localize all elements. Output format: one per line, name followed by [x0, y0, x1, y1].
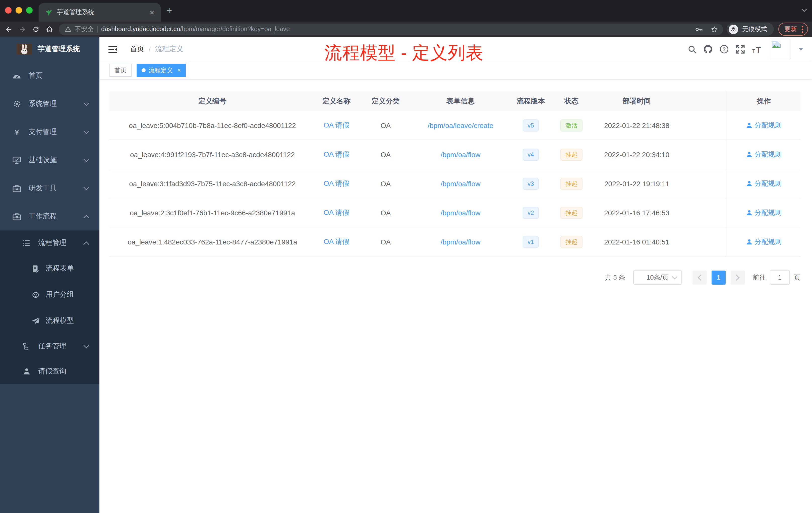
- browser-tab[interactable]: 芋道管理系统 ×: [39, 3, 161, 22]
- annotation-text: 流程模型 - 定义列表: [324, 43, 483, 62]
- sidebar-item-process-form[interactable]: 流程表单: [0, 255, 99, 281]
- sidebar-item-user-group[interactable]: 用户分组: [0, 281, 99, 308]
- sidebar-item-label: 流程表单: [46, 264, 74, 273]
- form-info-link[interactable]: /bpm/oa/leave/create: [428, 121, 493, 129]
- tab-title: 芋道管理系统: [57, 8, 148, 17]
- form-icon: [31, 265, 40, 272]
- github-icon[interactable]: [703, 45, 713, 54]
- definition-id: oa_leave:3:1fad3d93-7b75-11ec-a3c8-acde4…: [110, 169, 315, 198]
- url-bar[interactable]: 不安全 dashboard.yudao.iocoder.cn /bpm/mana…: [59, 23, 723, 35]
- sidebar-item-label: 基础设施: [29, 156, 57, 164]
- tab-close-icon[interactable]: ×: [148, 8, 156, 16]
- pagination-total: 共 5 条: [605, 273, 625, 282]
- assign-rule-button[interactable]: 分配规则: [746, 179, 782, 188]
- chevron-up-icon: [83, 215, 89, 218]
- reload-icon[interactable]: [29, 23, 43, 36]
- breadcrumb-separator: /: [149, 45, 151, 53]
- deploy-time: 2022-01-22 20:34:10: [588, 140, 685, 169]
- password-key-icon[interactable]: [695, 26, 703, 32]
- sidebar-item-label: 用户分组: [46, 290, 74, 299]
- prev-page-button[interactable]: [693, 270, 706, 284]
- search-icon[interactable]: [688, 45, 696, 54]
- filler-cell: [685, 228, 727, 256]
- sidebar-item-devtools[interactable]: 研发工具: [0, 174, 99, 202]
- zoom-window-button[interactable]: [26, 7, 33, 13]
- sidebar-item-process-management[interactable]: 流程管理: [0, 231, 99, 255]
- version-badge: v3: [522, 177, 539, 189]
- tag-process-definition[interactable]: 流程定义 ×: [137, 64, 186, 77]
- goto-page-input[interactable]: [770, 270, 790, 284]
- definition-name-link[interactable]: OA 请假: [324, 237, 349, 246]
- update-button[interactable]: 更新: [778, 23, 808, 36]
- tab-search-chevron-icon[interactable]: [802, 8, 807, 12]
- robot-icon: [31, 291, 40, 298]
- dashboard-icon: [12, 72, 21, 80]
- next-page-button[interactable]: [731, 270, 745, 284]
- font-size-icon[interactable]: TT: [752, 45, 762, 54]
- version-badge: v2: [522, 207, 539, 219]
- breadcrumb-home[interactable]: 首页: [130, 45, 144, 54]
- back-icon[interactable]: [2, 23, 16, 36]
- definition-name-link[interactable]: OA 请假: [324, 150, 349, 159]
- definition-name-link[interactable]: OA 请假: [324, 179, 349, 188]
- sidebar-item-leave-query[interactable]: 请假查询: [0, 359, 99, 384]
- col-header-filler: [685, 91, 727, 111]
- deploy-time: 2022-01-22 19:19:11: [588, 169, 685, 198]
- sidebar-item-infrastructure[interactable]: 基础设施: [0, 146, 99, 174]
- definition-id: oa_leave:2:3c1f0ef1-76b1-11ec-9c66-a2380…: [110, 198, 315, 227]
- filler-cell: [685, 169, 727, 198]
- insecure-label[interactable]: 不安全: [75, 25, 94, 33]
- form-info-link[interactable]: /bpm/oa/flow: [441, 150, 481, 158]
- sidebar-item-payment[interactable]: ¥ 支付管理: [0, 118, 99, 146]
- version-badge: v5: [522, 119, 539, 131]
- sidebar-item-process-model[interactable]: 流程模型: [0, 308, 99, 334]
- table-row: oa_leave:2:3c1f0ef1-76b1-11ec-9c66-a2380…: [110, 198, 801, 228]
- version-badge: v1: [522, 236, 539, 248]
- status-badge: 挂起: [560, 148, 582, 160]
- update-label: 更新: [784, 25, 797, 33]
- avatar-broken-image[interactable]: [771, 39, 790, 59]
- definition-name-link[interactable]: OA 请假: [324, 208, 349, 217]
- incognito-icon: [729, 24, 738, 34]
- sidebar: 芋道管理系统 首页 系统管理 ¥: [0, 37, 99, 513]
- sidebar-item-system[interactable]: 系统管理: [0, 90, 99, 118]
- table-header-row: 定义编号 定义名称 定义分类 表单信息 流程版本 状态 部署时间 操作: [110, 91, 801, 111]
- new-tab-button[interactable]: +: [166, 5, 172, 16]
- assign-rule-button[interactable]: 分配规则: [746, 208, 782, 217]
- definition-id: oa_leave:4:991f2193-7b7f-11ec-a3c8-acde4…: [110, 140, 315, 169]
- sidebar-item-home[interactable]: 首页: [0, 62, 99, 90]
- tag-close-icon[interactable]: ×: [177, 67, 181, 73]
- assign-rule-button[interactable]: 分配规则: [746, 121, 782, 130]
- incognito-label: 无痕模式: [742, 25, 767, 33]
- tag-home[interactable]: 首页: [110, 64, 132, 77]
- sidebar-item-label: 支付管理: [29, 127, 57, 137]
- svg-text:?: ?: [723, 46, 726, 52]
- avatar-dropdown-caret-icon[interactable]: [799, 48, 803, 51]
- sidebar-item-task-management[interactable]: 任务管理: [0, 334, 99, 359]
- page-size-select[interactable]: 10条/页: [633, 270, 682, 284]
- home-icon[interactable]: [43, 23, 56, 36]
- page-number-1[interactable]: 1: [712, 270, 726, 284]
- assign-rule-label: 分配规则: [754, 208, 782, 217]
- bookmark-star-icon[interactable]: [710, 25, 718, 33]
- table-row: oa_leave:1:482ec033-762a-11ec-8477-a2380…: [110, 228, 801, 256]
- browser-menu-kebab-icon[interactable]: [802, 25, 804, 33]
- assign-rule-button[interactable]: 分配规则: [746, 237, 782, 246]
- chevron-down-icon: [83, 344, 89, 348]
- breadcrumb-current: 流程定义: [155, 45, 183, 54]
- collapse-sidebar-hamburger-icon[interactable]: [108, 45, 117, 54]
- sidebar-item-workflow[interactable]: 工作流程: [0, 202, 99, 231]
- close-window-button[interactable]: [5, 7, 11, 13]
- browser-window: 芋道管理系统 × + 不安全 dashboard.yudao.iocoder.c…: [0, 0, 812, 513]
- form-info-link[interactable]: /bpm/oa/flow: [441, 179, 481, 187]
- definition-name-link[interactable]: OA 请假: [324, 121, 349, 130]
- help-question-icon[interactable]: ?: [720, 45, 729, 54]
- chevron-down-icon: [83, 158, 89, 162]
- assign-rule-button[interactable]: 分配规则: [746, 150, 782, 159]
- form-info-link[interactable]: /bpm/oa/flow: [441, 238, 481, 246]
- fullscreen-icon[interactable]: [736, 45, 745, 54]
- chevron-down-icon: [83, 130, 89, 134]
- minimize-window-button[interactable]: [16, 7, 22, 13]
- form-info-link[interactable]: /bpm/oa/flow: [441, 209, 481, 217]
- gear-icon: [12, 100, 21, 108]
